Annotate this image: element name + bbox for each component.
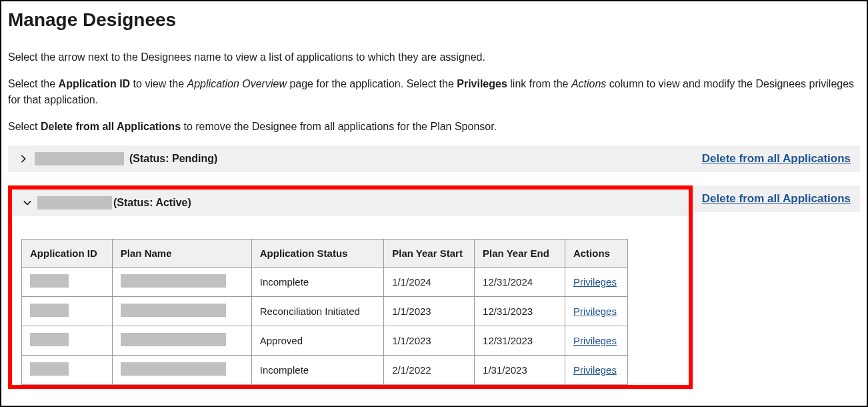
designee-status: (Status: Pending)	[129, 153, 217, 165]
delete-from-all-link[interactable]: Delete from all Applications	[702, 152, 851, 165]
intro-paragraph-1: Select the arrow next to the Designees n…	[8, 49, 860, 65]
highlighted-designee-section: (Status: Active) Application ID Plan Nam…	[8, 185, 693, 389]
cell-app-id-redacted[interactable]	[30, 304, 69, 317]
cell-app-id-redacted[interactable]	[30, 362, 69, 376]
table-row: Incomplete 1/1/2024 12/31/2024 Privilege…	[22, 268, 628, 297]
th-application-id: Application ID	[22, 240, 113, 268]
th-application-status: Application Status	[251, 240, 384, 268]
cell-plan-name-redacted	[121, 304, 226, 317]
privileges-link[interactable]: Privileges	[573, 306, 617, 317]
cell-app-id-redacted[interactable]	[30, 274, 69, 288]
intro-text: Select the arrow next to the Designees n…	[8, 49, 860, 135]
designee-name-redacted	[35, 152, 124, 165]
designee-status: (Status: Active)	[113, 197, 191, 209]
cell-plan-name-redacted	[121, 274, 226, 288]
applications-table: Application ID Plan Name Application Sta…	[21, 239, 628, 385]
cell-year-end: 12/31/2024	[475, 268, 565, 297]
table-header-row: Application ID Plan Name Application Sta…	[22, 240, 628, 268]
table-row: Approved 1/1/2023 12/31/2023 Privileges	[22, 326, 628, 356]
chevron-right-icon[interactable]	[17, 153, 29, 165]
privileges-link[interactable]: Privileges	[573, 364, 617, 376]
designee-header-row: (Status: Pending) Delete from all Applic…	[8, 145, 860, 172]
th-actions: Actions	[565, 240, 627, 268]
cell-plan-name-redacted	[121, 333, 226, 346]
th-plan-name: Plan Name	[112, 240, 251, 268]
designee-name-redacted	[37, 196, 112, 210]
cell-year-start: 1/1/2023	[384, 297, 475, 326]
intro-paragraph-2: Select the Application ID to view the Ap…	[8, 76, 860, 108]
cell-year-start: 2/1/2022	[384, 356, 475, 385]
designee-header-row: (Status: Active)	[12, 189, 689, 216]
cell-year-start: 1/1/2024	[384, 268, 475, 297]
cell-status: Approved	[251, 326, 384, 356]
page-title: Manage Designees	[8, 9, 860, 31]
cell-year-start: 1/1/2023	[384, 326, 475, 356]
cell-status: Incomplete	[251, 356, 384, 385]
privileges-link[interactable]: Privileges	[573, 335, 617, 346]
chevron-down-icon[interactable]	[21, 197, 33, 209]
cell-plan-name-redacted	[121, 362, 226, 376]
cell-year-end: 12/31/2023	[475, 297, 565, 326]
cell-year-end: 12/31/2023	[475, 326, 565, 356]
cell-app-id-redacted[interactable]	[30, 333, 69, 346]
delete-from-all-link[interactable]: Delete from all Applications	[702, 192, 851, 205]
cell-status: Reconciliation Initiated	[251, 297, 384, 326]
cell-status: Incomplete	[251, 268, 384, 297]
privileges-link[interactable]: Privileges	[573, 276, 617, 288]
th-plan-year-start: Plan Year Start	[384, 240, 475, 268]
table-row: Reconciliation Initiated 1/1/2023 12/31/…	[22, 297, 628, 326]
intro-paragraph-3: Select Delete from all Applications to r…	[8, 119, 860, 135]
cell-year-end: 1/31/2023	[475, 356, 565, 385]
th-plan-year-end: Plan Year End	[475, 240, 565, 268]
table-row: Incomplete 2/1/2022 1/31/2023 Privileges	[22, 356, 628, 385]
